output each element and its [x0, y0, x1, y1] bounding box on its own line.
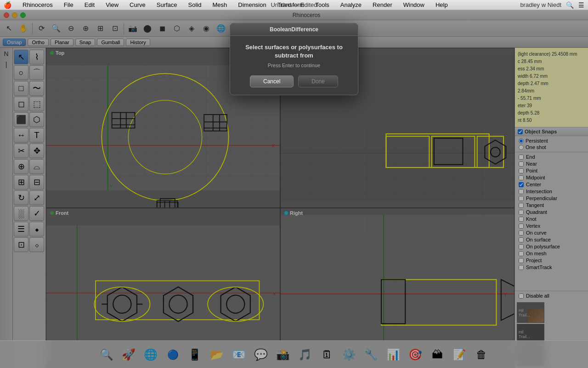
window-title: Untitled — Edited	[271, 1, 317, 8]
user-name: bradley w Niedt	[520, 1, 561, 8]
apple-menu[interactable]: 🍎	[4, 1, 11, 9]
menu-file[interactable]: File	[62, 1, 75, 8]
menu-edit[interactable]: Edit	[83, 1, 96, 8]
menu-help[interactable]: Help	[434, 1, 450, 8]
menu-window[interactable]: Window	[401, 1, 426, 8]
menu-curve[interactable]: Curve	[128, 1, 147, 8]
menu-dimension[interactable]: Dimension	[236, 1, 268, 8]
modal-body: Select surfaces or polysurfaces to subtr…	[230, 36, 358, 95]
modal-buttons: Cancel Done	[239, 75, 349, 87]
menu-bar: 🍎 Rhinoceros File Edit View Curve Surfac…	[0, 0, 588, 10]
modal-overlay: BooleanDifference Select surfaces or pol…	[0, 10, 588, 368]
done-button[interactable]: Done	[298, 75, 338, 87]
menu-extra-icon[interactable]: ☰	[578, 1, 584, 9]
modal-heading: Select surfaces or polysurfaces to subtr…	[239, 43, 349, 60]
modal-instruction: Press Enter to continue	[239, 63, 349, 68]
menu-solid[interactable]: Solid	[187, 1, 204, 8]
modal-titlebar: BooleanDifference	[230, 23, 358, 36]
menu-render[interactable]: Render	[371, 1, 394, 8]
menu-mesh[interactable]: Mesh	[211, 1, 229, 8]
menu-view[interactable]: View	[104, 1, 120, 8]
menu-rhinoceros[interactable]: Rhinoceros	[21, 1, 55, 8]
cancel-button[interactable]: Cancel	[250, 75, 294, 87]
menu-analyze[interactable]: Analyze	[339, 1, 363, 8]
search-icon[interactable]: 🔍	[566, 1, 574, 9]
app-window: Rhinoceros ↖ ✋ ⟳ 🔍 ⊖ ⊕ ⊞ ⊡ 📷 ⬤ ◼ ⬡ ◈ ◉ 🌐…	[0, 10, 588, 368]
menu-surface[interactable]: Surface	[155, 1, 179, 8]
boolean-difference-dialog: BooleanDifference Select surfaces or pol…	[230, 23, 358, 95]
